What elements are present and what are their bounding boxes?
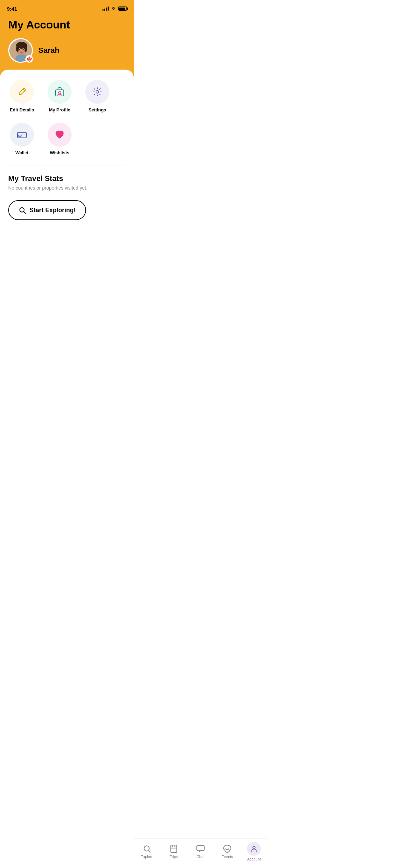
signal-icon xyxy=(102,7,109,11)
my-profile-icon-circle xyxy=(48,80,72,104)
svg-point-10 xyxy=(23,49,24,50)
settings-icon-circle xyxy=(85,80,109,104)
settings-label: Settings xyxy=(88,107,106,112)
svg-line-17 xyxy=(24,212,25,213)
header: My Account xyxy=(0,15,134,76)
svg-rect-15 xyxy=(19,135,21,136)
user-name: Sarah xyxy=(38,46,59,55)
wishlists-icon-circle xyxy=(48,123,72,147)
flag-badge: 🍁 xyxy=(25,55,33,63)
my-profile-button[interactable]: My Profile xyxy=(46,80,73,112)
status-bar: 9:41 xyxy=(0,0,134,15)
settings-button[interactable]: Settings xyxy=(84,80,111,112)
edit-details-button[interactable]: Edit Details xyxy=(8,80,36,112)
svg-point-12 xyxy=(59,92,61,94)
avatar-container[interactable]: 🍁 xyxy=(8,38,33,63)
start-exploring-button[interactable]: Start Exploring! xyxy=(8,200,86,220)
travel-stats-subtitle: No countries or properties visited yet. xyxy=(8,185,125,191)
main-content: Edit Details My Profile xyxy=(0,70,134,254)
wallet-icon-circle xyxy=(10,123,34,147)
battery-icon xyxy=(118,7,127,11)
wishlists-label: Wishlists xyxy=(50,150,70,155)
travel-stats-title: My Travel Stats xyxy=(8,174,125,183)
wifi-icon xyxy=(111,6,116,11)
page-title: My Account xyxy=(8,19,125,31)
menu-row-2: Wallet Wishlists xyxy=(8,123,125,155)
edit-details-icon-circle xyxy=(10,80,34,104)
edit-details-label: Edit Details xyxy=(10,107,34,112)
svg-point-5 xyxy=(16,45,19,52)
wishlists-button[interactable]: Wishlists xyxy=(46,123,73,155)
status-time: 9:41 xyxy=(7,6,17,12)
user-row: 🍁 Sarah xyxy=(8,38,125,63)
start-exploring-label: Start Exploring! xyxy=(29,207,76,214)
svg-point-13 xyxy=(96,91,99,93)
divider xyxy=(8,166,125,166)
wallet-label: Wallet xyxy=(15,150,28,155)
wallet-button[interactable]: Wallet xyxy=(8,123,36,155)
svg-point-9 xyxy=(19,49,20,50)
svg-point-0 xyxy=(113,9,114,10)
my-profile-label: My Profile xyxy=(49,107,70,112)
svg-point-6 xyxy=(24,45,27,52)
travel-stats-section: My Travel Stats No countries or properti… xyxy=(8,174,125,191)
menu-row-1: Edit Details My Profile xyxy=(8,80,125,112)
status-icons xyxy=(102,6,127,11)
